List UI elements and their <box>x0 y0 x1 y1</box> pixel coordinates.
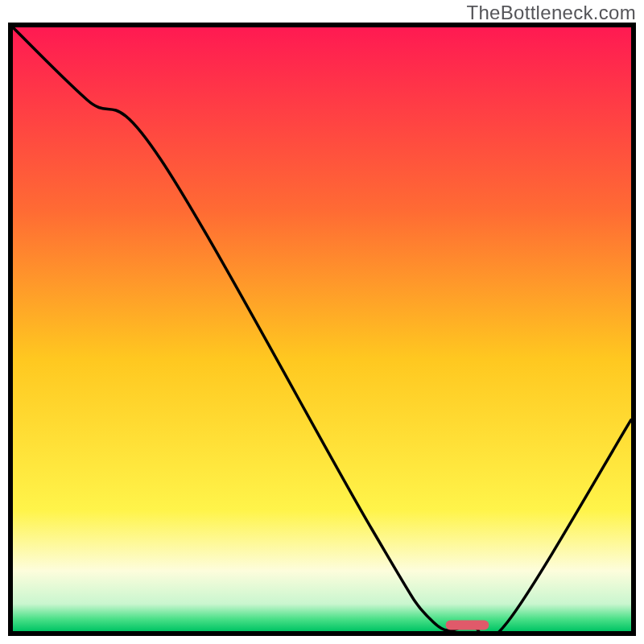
chart-svg <box>13 27 631 631</box>
gradient-background <box>13 27 631 631</box>
optimal-range-marker <box>446 621 489 630</box>
watermark-text: TheBottleneck.com <box>466 2 636 24</box>
chart-frame: TheBottleneck.com <box>0 0 644 644</box>
plot-area <box>8 23 636 636</box>
